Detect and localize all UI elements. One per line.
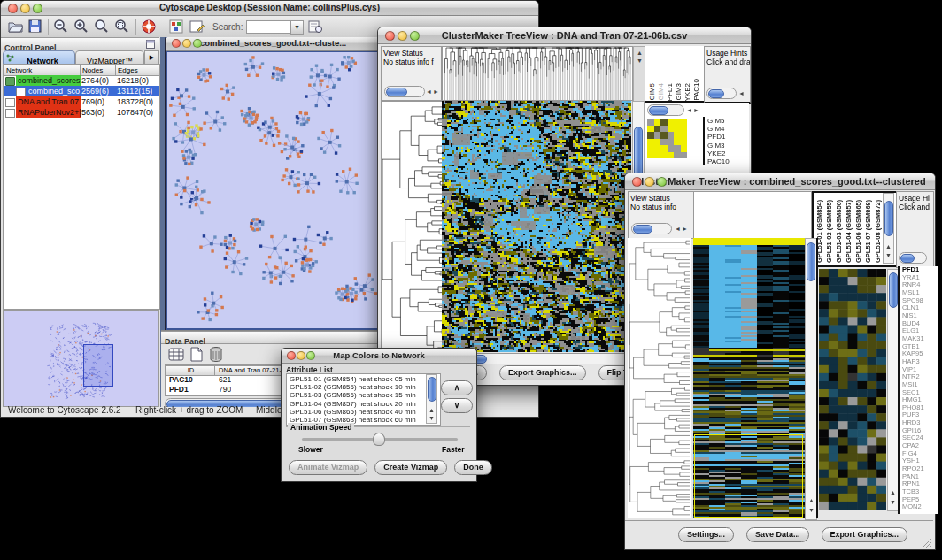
search-dropdown-icon[interactable]: ▼: [290, 20, 304, 35]
mini-heatmap-cell[interactable]: [668, 119, 675, 126]
search-input[interactable]: [246, 20, 293, 34]
column-label[interactable]: GPL51-07 (GSM868): [863, 194, 873, 263]
mini-heatmap-cell[interactable]: [660, 132, 668, 139]
mini-heatmap-cell[interactable]: [654, 145, 661, 152]
mini-heatmap-cell[interactable]: [681, 132, 688, 139]
mini-heatmap-cell[interactable]: [681, 152, 688, 159]
close-icon[interactable]: [385, 31, 395, 41]
close-icon[interactable]: [287, 351, 296, 360]
scroll-left-icon[interactable]: ◄: [686, 107, 692, 113]
scroll-down-icon[interactable]: ▼: [890, 499, 896, 505]
mini-heatmap-cell[interactable]: [681, 145, 688, 152]
mini-heatmap-cell[interactable]: [681, 119, 688, 126]
mini-heatmap-cell[interactable]: [647, 145, 654, 152]
scroll-down-icon[interactable]: ▼: [637, 58, 643, 64]
gene-label[interactable]: MON2: [902, 503, 938, 511]
tv2-selection-rect[interactable]: [694, 434, 803, 518]
close-icon[interactable]: [172, 39, 181, 48]
help-icon[interactable]: [142, 19, 156, 34]
scroll-right-icon[interactable]: ►: [682, 226, 688, 232]
mini-heatmap-cell[interactable]: [674, 132, 681, 139]
gene-label[interactable]: GIM3: [707, 142, 730, 150]
zoom-window-icon[interactable]: [193, 39, 202, 48]
gene-label[interactable]: GIM4: [707, 125, 730, 133]
main-titlebar[interactable]: Cytoscape Desktop (Session Name: collins…: [1, 1, 538, 16]
mini-heatmap-cell[interactable]: [654, 132, 661, 139]
resize-grip-icon[interactable]: [923, 539, 931, 548]
close-icon[interactable]: [632, 177, 642, 187]
attribute-item[interactable]: GPL51-03 (GSM856) heat shock 15 min: [290, 391, 440, 399]
column-label[interactable]: GPL51-02 (GSM855): [824, 194, 834, 263]
gene-label[interactable]: GIM5: [707, 117, 730, 125]
scroll-down-icon[interactable]: ▼: [429, 415, 435, 421]
mini-heatmap-cell[interactable]: [647, 132, 654, 139]
mini-heatmap-cell[interactable]: [674, 152, 681, 159]
scroll-right-icon[interactable]: ►: [693, 107, 699, 113]
scroll-up-icon[interactable]: ▲: [885, 243, 892, 249]
treeview-button[interactable]: Export Graphics...: [499, 365, 586, 380]
overview-viewport-rect[interactable]: [83, 344, 113, 387]
mini-heatmap-cell[interactable]: [660, 145, 668, 152]
mini-heatmap-cell[interactable]: [647, 139, 654, 146]
network-list-row[interactable]: DNA and Tran 07769(0)183728(0): [4, 96, 159, 107]
save-session-icon[interactable]: [28, 19, 42, 33]
attribute-item[interactable]: GPL51-04 (GSM857) heat shock 20 min: [290, 400, 440, 408]
tab-overflow-icon[interactable]: ▶: [144, 50, 159, 65]
mini-heatmap-cell[interactable]: [647, 152, 654, 159]
gene-label[interactable]: PFD1: [707, 133, 730, 141]
tv1-mini-heatmap[interactable]: [647, 119, 687, 158]
minimize-icon[interactable]: [20, 4, 30, 13]
tv1-detail-hscrollbar[interactable]: [647, 104, 684, 116]
network-list-row[interactable]: combined_scores2764(0)16218(0): [4, 75, 159, 86]
scroll-up-icon[interactable]: ▲: [890, 489, 896, 495]
zoom-window-icon[interactable]: [410, 31, 420, 41]
tab-network[interactable]: Network: [3, 50, 75, 65]
mini-heatmap-cell[interactable]: [647, 126, 654, 133]
network-list-row[interactable]: combined_sco2569(6)13112(15): [4, 86, 159, 96]
scroll-right-icon[interactable]: ►: [433, 88, 439, 95]
tv2-row-dendrogram[interactable]: [628, 238, 691, 518]
attribute-item[interactable]: GPL51-01 (GSM854) heat shock 05 min: [290, 375, 440, 383]
tv2-collabel-scrollbar[interactable]: ▲ ▼: [883, 193, 894, 264]
column-label[interactable]: GIM3: [675, 83, 683, 101]
scroll-left-icon[interactable]: ◄: [738, 90, 745, 96]
treeview-button[interactable]: Export Graphics...: [822, 527, 908, 542]
mini-heatmap-cell[interactable]: [674, 126, 681, 133]
mini-heatmap-cell[interactable]: [668, 132, 675, 139]
minimize-icon[interactable]: [182, 39, 191, 48]
dialog-button[interactable]: Create Vizmap: [374, 460, 447, 475]
mini-heatmap-cell[interactable]: [668, 126, 675, 133]
scroll-down-icon[interactable]: ▼: [885, 252, 892, 258]
minimize-icon[interactable]: [297, 351, 305, 360]
dialog-button[interactable]: Animate Vizmap: [289, 460, 367, 475]
zoom-in-icon[interactable]: [74, 19, 89, 34]
column-label[interactable]: GIM5: [648, 83, 657, 101]
speed-slider-thumb[interactable]: [373, 433, 385, 446]
zoom-window-icon[interactable]: [306, 351, 315, 360]
tv1-row-dendrogram[interactable]: [381, 101, 443, 354]
network-list-row[interactable]: RNAPuberNov2+|563(0)107847(0): [4, 107, 159, 118]
vizmapper-icon[interactable]: [169, 19, 183, 34]
mini-heatmap-cell[interactable]: [654, 119, 661, 126]
new-attribute-icon[interactable]: [189, 347, 204, 362]
zoom-window-icon[interactable]: [657, 177, 667, 187]
annotation-icon[interactable]: [189, 19, 205, 34]
view-status-scrollbar[interactable]: [631, 223, 672, 234]
tv1-column-dendrogram[interactable]: [442, 46, 633, 101]
tab-vizmapper[interactable]: VizMapper™: [75, 50, 144, 65]
column-label[interactable]: GPL51-08 (GSM872): [873, 194, 883, 263]
mini-heatmap-cell[interactable]: [654, 126, 661, 133]
usage-hints-scrollbar[interactable]: [706, 88, 737, 99]
mini-heatmap-cell[interactable]: [647, 119, 654, 126]
attribute-item[interactable]: GPL51-06 (GSM865) heat shock 40 min: [290, 408, 440, 416]
attribute-list-scrollbar[interactable]: ▲ ▼: [426, 374, 437, 424]
mini-heatmap-cell[interactable]: [660, 139, 668, 146]
column-label[interactable]: PAC10: [692, 79, 701, 101]
scroll-left-icon[interactable]: ◄: [675, 226, 681, 232]
attribute-item[interactable]: GPL51-02 (GSM855) heat shock 10 min: [290, 383, 440, 391]
close-icon[interactable]: [8, 4, 18, 13]
tv2-zoom-heatmap[interactable]: [819, 269, 886, 510]
overview-canvas[interactable]: [4, 311, 158, 406]
network-view-canvas[interactable]: [167, 52, 377, 328]
zoom-window-icon[interactable]: [33, 4, 42, 13]
